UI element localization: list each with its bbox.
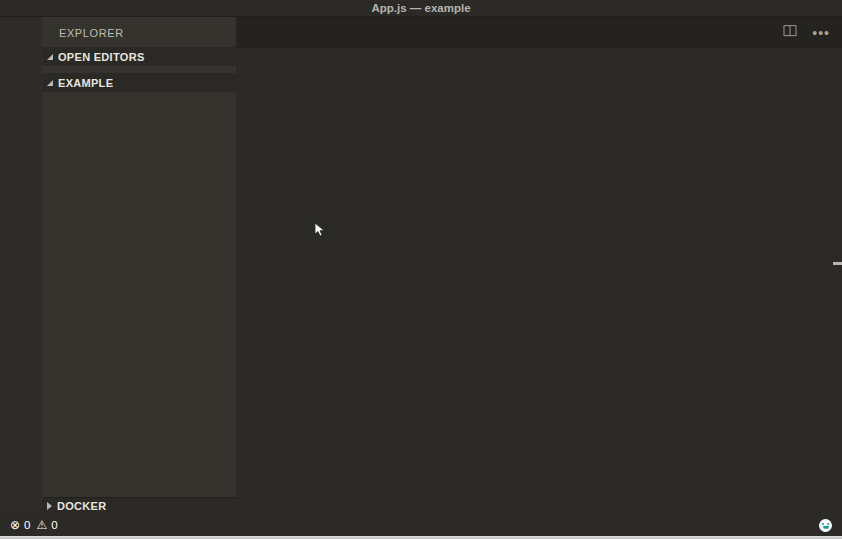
explorer-sidebar: EXPLORER OPEN EDITORS EXAMPLE DOCKER [42, 17, 236, 514]
warnings-count: 0 [51, 519, 57, 531]
open-editors-header[interactable]: OPEN EDITORS [42, 47, 236, 66]
chevron-expanded-icon [47, 54, 53, 60]
warnings-status[interactable]: ⚠ 0 [36, 518, 57, 532]
more-actions-icon[interactable]: ••• [812, 25, 830, 41]
tab-bar: ••• [236, 17, 842, 48]
errors-count: 0 [24, 519, 30, 531]
vscode-window: App.js — example EXPLORER OPEN EDITORS E… [0, 0, 842, 539]
feedback-smiley-icon[interactable] [819, 519, 832, 532]
error-icon: ⊗ [10, 518, 20, 532]
close-window-button[interactable] [10, 3, 22, 15]
docker-section-header[interactable]: DOCKER [42, 497, 236, 514]
window-title: App.js — example [0, 0, 842, 16]
status-bar: ⊗ 0 ⚠ 0 [0, 514, 842, 536]
overview-ruler-mark [833, 262, 842, 265]
titlebar[interactable]: App.js — example [0, 0, 842, 17]
window-controls [10, 3, 62, 15]
errors-status[interactable]: ⊗ 0 [10, 518, 30, 532]
code-editor[interactable] [236, 48, 842, 514]
chevron-collapsed-icon [47, 502, 52, 510]
example-folder-header[interactable]: EXAMPLE [42, 73, 236, 92]
split-editor-icon[interactable] [782, 23, 798, 43]
minimize-window-button[interactable] [30, 3, 42, 15]
chevron-expanded-icon [47, 80, 53, 86]
explorer-title: EXPLORER [42, 17, 236, 47]
activity-bar [0, 17, 42, 514]
warning-icon: ⚠ [36, 518, 47, 532]
maximize-window-button[interactable] [50, 3, 62, 15]
mouse-cursor [314, 222, 326, 238]
